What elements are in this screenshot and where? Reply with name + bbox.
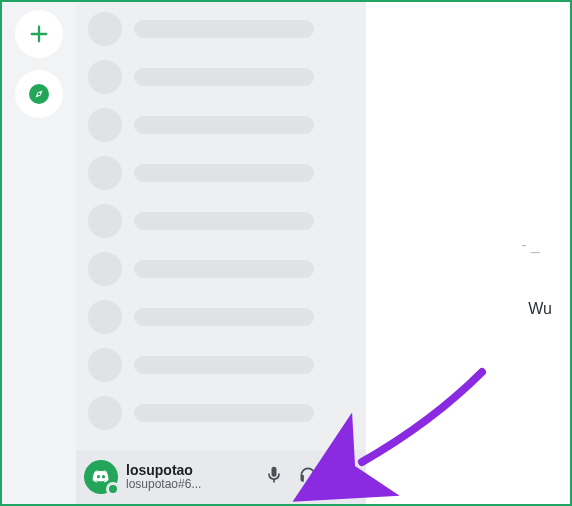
server-list [2, 2, 76, 504]
username-label: losupotao [126, 463, 250, 478]
dm-list [76, 2, 366, 450]
dm-placeholder-row [88, 56, 354, 98]
explore-servers-button[interactable] [15, 70, 63, 118]
dm-placeholder-row [88, 296, 354, 338]
dm-name-placeholder [134, 260, 314, 278]
gear-icon [332, 465, 352, 489]
user-info[interactable]: losupotao losupotao#6... [126, 463, 250, 492]
dm-name-placeholder [134, 404, 314, 422]
discriminator-label: losupotao#6... [126, 478, 250, 491]
user-avatar[interactable] [84, 460, 118, 494]
chat-placeholder-dash: - _ [521, 236, 540, 254]
user-panel-controls [258, 461, 358, 493]
dm-avatar-placeholder [88, 156, 122, 190]
dm-placeholder-row [88, 248, 354, 290]
compass-icon [27, 82, 51, 106]
dm-placeholder-row [88, 8, 354, 50]
dm-name-placeholder [134, 212, 314, 230]
chat-fragment-text: Wu [528, 300, 552, 318]
dm-avatar-placeholder [88, 204, 122, 238]
dm-column: losupotao losupotao#6... [76, 2, 366, 504]
dm-avatar-placeholder [88, 108, 122, 142]
user-settings-button[interactable] [326, 461, 358, 493]
dm-avatar-placeholder [88, 12, 122, 46]
dm-avatar-placeholder [88, 396, 122, 430]
plus-icon [28, 23, 50, 45]
dm-name-placeholder [134, 308, 314, 326]
dm-placeholder-row [88, 344, 354, 386]
dm-name-placeholder [134, 356, 314, 374]
deafen-button[interactable] [292, 461, 324, 493]
dm-avatar-placeholder [88, 300, 122, 334]
dm-placeholder-row [88, 200, 354, 242]
dm-name-placeholder [134, 116, 314, 134]
mute-button[interactable] [258, 461, 290, 493]
online-status-icon [106, 482, 120, 496]
dm-placeholder-row [88, 152, 354, 194]
dm-avatar-placeholder [88, 348, 122, 382]
dm-avatar-placeholder [88, 252, 122, 286]
dm-placeholder-row [88, 104, 354, 146]
dm-name-placeholder [134, 20, 314, 38]
user-panel: losupotao losupotao#6... [76, 450, 366, 504]
headphones-icon [298, 465, 318, 489]
add-server-button[interactable] [15, 10, 63, 58]
svg-point-1 [38, 93, 40, 95]
chat-area: - _ Wu [366, 2, 570, 504]
dm-name-placeholder [134, 68, 314, 86]
dm-name-placeholder [134, 164, 314, 182]
microphone-icon [264, 465, 284, 489]
dm-avatar-placeholder [88, 60, 122, 94]
dm-placeholder-row [88, 392, 354, 434]
